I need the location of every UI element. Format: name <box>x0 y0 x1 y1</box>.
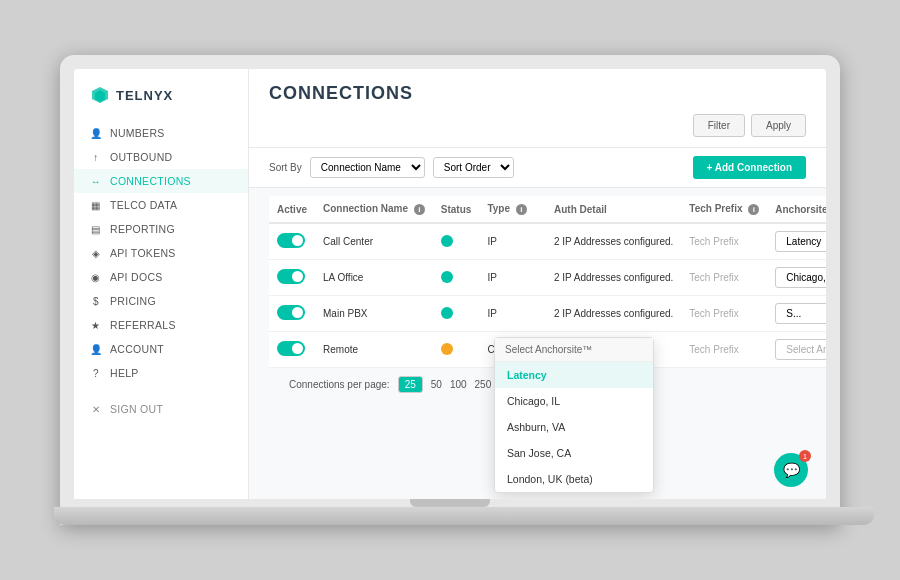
logo-text: TELNYX <box>116 88 173 103</box>
status-ok-icon <box>441 271 453 283</box>
laptop-base <box>54 507 874 525</box>
status-warn-icon <box>441 343 453 355</box>
connection-name-info-icon[interactable]: i <box>414 204 425 215</box>
row-active <box>269 332 315 368</box>
anchorsite-select-main-pbx[interactable]: S... <box>775 303 826 324</box>
col-active: Active <box>269 196 315 223</box>
signout-icon: ✕ <box>90 404 102 415</box>
row-auth: 2 IP Addresses configured. <box>546 223 681 260</box>
row-active <box>269 260 315 296</box>
outbound-icon: ↑ <box>90 152 102 163</box>
dropdown-item-ashburn[interactable]: Ashburn, VA <box>495 414 653 440</box>
row-type: IP <box>479 223 546 260</box>
sidebar: TELNYX 👤 NUMBERS ↑ OUTBOUND ↔ CONNECTION… <box>74 69 249 499</box>
page-header: CONNECTIONS Filter Apply <box>249 69 826 148</box>
row-name: Main PBX <box>315 296 433 332</box>
toggle-main-pbx[interactable] <box>277 305 305 320</box>
row-tech: Tech Prefix <box>681 332 767 368</box>
row-name: LA Office <box>315 260 433 296</box>
chat-badge: 1 <box>799 450 811 462</box>
row-name: Call Center <box>315 223 433 260</box>
dropdown-header: Select Anchorsite™ <box>495 338 653 362</box>
logo: TELNYX <box>74 85 248 121</box>
col-tech: Tech Prefix i <box>681 196 767 223</box>
sort-order-select[interactable]: Sort Order <box>433 157 514 178</box>
row-status <box>433 296 480 332</box>
referrals-icon: ★ <box>90 320 102 331</box>
anchorsite-dropdown: Select Anchorsite™ Latency Chicago, IL A… <box>494 337 654 493</box>
tech-prefix-info-icon[interactable]: i <box>748 204 759 215</box>
page-size-100[interactable]: 100 <box>450 379 467 390</box>
type-info-icon[interactable]: i <box>516 204 527 215</box>
nav-reporting[interactable]: ▤ REPORTING <box>74 217 248 241</box>
dropdown-item-london[interactable]: London, UK (beta) <box>495 466 653 492</box>
row-auth: 2 IP Addresses configured. <box>546 260 681 296</box>
nav-account[interactable]: 👤 ACCOUNT <box>74 337 248 361</box>
nav-connections[interactable]: ↔ CONNECTIONS <box>74 169 248 193</box>
row-type: IP <box>479 296 546 332</box>
toggle-remote[interactable] <box>277 341 305 356</box>
reporting-icon: ▤ <box>90 224 102 235</box>
anchorsite-select-la-office[interactable]: Chicago, IL <box>775 267 826 288</box>
row-status <box>433 223 480 260</box>
row-tech: Tech Prefix <box>681 223 767 260</box>
numbers-icon: 👤 <box>90 128 102 139</box>
nav-help[interactable]: ? HELP <box>74 361 248 385</box>
page-title: CONNECTIONS <box>269 83 806 104</box>
help-icon: ? <box>90 368 102 379</box>
row-status <box>433 332 480 368</box>
chat-button[interactable]: 💬 1 <box>774 453 808 487</box>
col-status: Status <box>433 196 480 223</box>
page-size-25[interactable]: 25 <box>398 376 423 393</box>
toggle-call-center[interactable] <box>277 233 305 248</box>
dropdown-item-chicago[interactable]: Chicago, IL <box>495 388 653 414</box>
row-tech: Tech Prefix <box>681 296 767 332</box>
toolbar: Sort By Connection Name Sort Order + Add… <box>249 148 826 188</box>
page-size-250[interactable]: 250 <box>475 379 492 390</box>
toggle-la-office[interactable] <box>277 269 305 284</box>
row-anchorsite: Latency <box>767 223 826 260</box>
pricing-icon: $ <box>90 296 102 307</box>
sort-by-select[interactable]: Connection Name <box>310 157 425 178</box>
account-icon: 👤 <box>90 344 102 355</box>
dropdown-item-latency[interactable]: Latency <box>495 362 653 388</box>
apply-button[interactable]: Apply <box>751 114 806 137</box>
row-anchorsite: Select Anchorsite™ <box>767 332 826 368</box>
row-type: IP <box>479 260 546 296</box>
row-active <box>269 296 315 332</box>
chat-icon: 💬 <box>783 462 800 478</box>
row-name: Remote <box>315 332 433 368</box>
anchorsite-select-call-center[interactable]: Latency <box>775 231 826 252</box>
page-size-50[interactable]: 50 <box>431 379 442 390</box>
telnyx-logo-icon <box>90 85 110 105</box>
status-ok-icon <box>441 307 453 319</box>
col-connection-name: Connection Name i <box>315 196 433 223</box>
nav-outbound[interactable]: ↑ OUTBOUND <box>74 145 248 169</box>
col-auth: Auth Detail <box>546 196 681 223</box>
nav-numbers[interactable]: 👤 NUMBERS <box>74 121 248 145</box>
sort-by-label: Sort By <box>269 162 302 173</box>
row-active <box>269 223 315 260</box>
table-row: Main PBX IP 2 IP Addresses configured. T… <box>269 296 826 332</box>
pagination-label: Connections per page: <box>289 379 390 390</box>
header-actions: Filter Apply <box>269 114 806 137</box>
col-type: Type i <box>479 196 546 223</box>
col-anchorsite: Anchorsite™ <box>767 196 826 223</box>
row-auth: 2 IP Addresses configured. <box>546 296 681 332</box>
row-anchorsite: S... <box>767 296 826 332</box>
nav-referrals[interactable]: ★ REFERRALS <box>74 313 248 337</box>
table-row: LA Office IP 2 IP Addresses configured. … <box>269 260 826 296</box>
nav-api-docs[interactable]: ◉ API DOCS <box>74 265 248 289</box>
row-status <box>433 260 480 296</box>
row-anchorsite: Chicago, IL <box>767 260 826 296</box>
nav-signout[interactable]: ✕ SIGN OUT <box>74 397 248 421</box>
row-tech: Tech Prefix <box>681 260 767 296</box>
filter-button[interactable]: Filter <box>693 114 745 137</box>
nav-pricing[interactable]: $ PRICING <box>74 289 248 313</box>
sort-controls: Sort By Connection Name Sort Order <box>269 157 514 178</box>
dropdown-item-san-jose[interactable]: San Jose, CA <box>495 440 653 466</box>
nav-api-tokens[interactable]: ◈ API TOKENS <box>74 241 248 265</box>
add-connection-button[interactable]: + Add Connection <box>693 156 806 179</box>
anchorsite-select-remote[interactable]: Select Anchorsite™ <box>775 339 826 360</box>
nav-telco-data[interactable]: ▦ TELCO DATA <box>74 193 248 217</box>
